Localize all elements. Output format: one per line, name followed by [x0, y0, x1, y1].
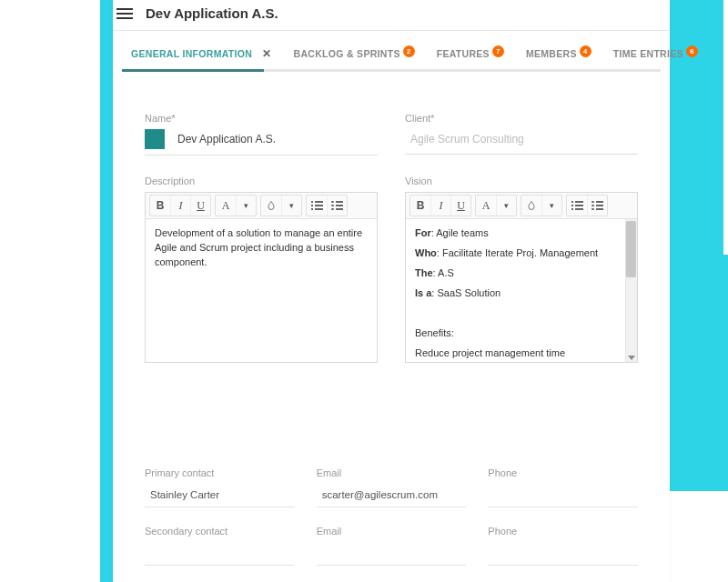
- name-label: Name*: [145, 113, 378, 124]
- italic-button[interactable]: I: [430, 196, 450, 216]
- tab-label: BACKLOG & SPRINTS: [294, 48, 400, 59]
- active-tab-indicator: [122, 69, 264, 72]
- italic-button[interactable]: I: [170, 196, 190, 216]
- tab-label: GENERAL INFORMATION: [131, 48, 252, 59]
- name-input[interactable]: [177, 131, 378, 147]
- ordered-list-button[interactable]: [567, 196, 587, 216]
- bold-button[interactable]: B: [410, 196, 430, 216]
- secondary-phone-input[interactable]: [488, 542, 638, 566]
- badge: 2: [403, 45, 415, 57]
- vision-label: Vision: [405, 176, 638, 186]
- badge: 4: [580, 45, 592, 57]
- secondary-contact-label: Secondary contact: [145, 526, 295, 537]
- menu-icon[interactable]: [116, 8, 133, 19]
- scrollbar[interactable]: [625, 219, 637, 362]
- tab-time-entries[interactable]: TIME ENTRIES6: [604, 39, 711, 69]
- page: Dev Application A.S. GENERAL INFORMATION…: [113, 0, 670, 582]
- unordered-list-button[interactable]: [327, 196, 347, 216]
- highlight-button[interactable]: [261, 196, 281, 216]
- underline-button[interactable]: U: [190, 196, 210, 216]
- highlight-button[interactable]: [521, 196, 541, 216]
- contacts-section-2: Secondary contact Email Phone: [113, 526, 670, 566]
- vision-editor: B I U A ▾ ▾: [405, 192, 638, 363]
- tabs: GENERAL INFORMATION ✕ BACKLOG & SPRINTS2…: [113, 38, 670, 69]
- secondary-email-input[interactable]: [317, 542, 467, 566]
- chevron-down-icon[interactable]: ▾: [281, 196, 301, 216]
- scrollbar-thumb[interactable]: [626, 221, 636, 277]
- badge: 6: [686, 45, 698, 57]
- page-title: Dev Application A.S.: [146, 5, 278, 21]
- phone-label: Phone: [488, 526, 638, 537]
- tab-label: MEMBERS: [526, 48, 577, 59]
- tab-label: TIME ENTRIES: [613, 48, 683, 59]
- unordered-list-button[interactable]: [587, 196, 607, 216]
- form-area: Name* Client* Agile Scrum Consulting Des…: [113, 72, 670, 363]
- tab-features[interactable]: FEATURES7: [428, 39, 517, 69]
- phone-label: Phone: [488, 467, 638, 478]
- client-label: Client*: [405, 113, 638, 124]
- color-swatch[interactable]: [145, 129, 165, 149]
- editor-toolbar: B I U A ▾ ▾: [406, 193, 637, 219]
- tab-backlog-sprints[interactable]: BACKLOG & SPRINTS2: [285, 39, 428, 69]
- chevron-down-icon[interactable]: ▾: [496, 196, 516, 216]
- header: Dev Application A.S.: [113, 0, 670, 31]
- tab-underline: [122, 69, 661, 72]
- tab-general-information[interactable]: GENERAL INFORMATION ✕: [122, 38, 285, 69]
- contacts-section: Primary contact Stainley Carter Email sc…: [113, 363, 670, 507]
- underline-button[interactable]: U: [450, 196, 470, 216]
- ordered-list-button[interactable]: [307, 196, 327, 216]
- chevron-down-icon[interactable]: ▾: [236, 196, 256, 216]
- primary-email-input[interactable]: scarter@agilescrum.com: [317, 484, 467, 507]
- tab-members[interactable]: MEMBERS4: [517, 39, 604, 69]
- name-field: [145, 129, 378, 156]
- primary-contact-label: Primary contact: [145, 467, 295, 478]
- primary-phone-input[interactable]: [488, 484, 638, 507]
- vision-textarea[interactable]: For: Agile teams Who: Facilitate Iterate…: [406, 219, 637, 362]
- badge: 7: [492, 45, 504, 57]
- email-label: Email: [317, 526, 467, 537]
- client-input[interactable]: Agile Scrum Consulting: [405, 129, 638, 155]
- description-textarea[interactable]: Development of a solution to manage an e…: [146, 219, 377, 362]
- chevron-down-icon[interactable]: ▾: [541, 196, 561, 216]
- bold-button[interactable]: B: [150, 196, 170, 216]
- tab-label: FEATURES: [437, 48, 490, 59]
- description-label: Description: [145, 176, 378, 186]
- email-label: Email: [317, 467, 467, 478]
- font-color-button[interactable]: A: [216, 196, 236, 216]
- font-color-button[interactable]: A: [476, 196, 496, 216]
- primary-contact-input[interactable]: Stainley Carter: [145, 484, 295, 507]
- close-icon[interactable]: ✕: [262, 47, 271, 60]
- chevron-down-icon[interactable]: [628, 356, 635, 360]
- secondary-contact-input[interactable]: [145, 542, 295, 566]
- editor-toolbar: B I U A ▾ ▾: [146, 193, 377, 219]
- description-editor: B I U A ▾ ▾: [145, 192, 378, 363]
